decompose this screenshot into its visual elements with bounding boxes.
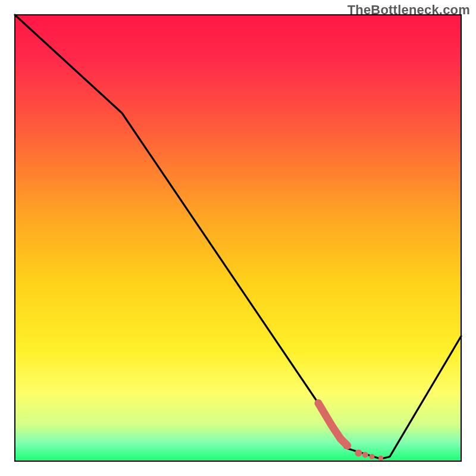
- attribution-label: TheBottleneck.com: [347, 2, 470, 18]
- highlight-dot: [355, 450, 362, 457]
- highlight-dot: [362, 452, 368, 458]
- highlight-dot: [378, 456, 383, 461]
- plot-background: [15, 15, 461, 461]
- plot-svg: [0, 0, 476, 476]
- bottleneck-chart: TheBottleneck.com: [0, 0, 476, 476]
- highlight-dot: [369, 454, 375, 459]
